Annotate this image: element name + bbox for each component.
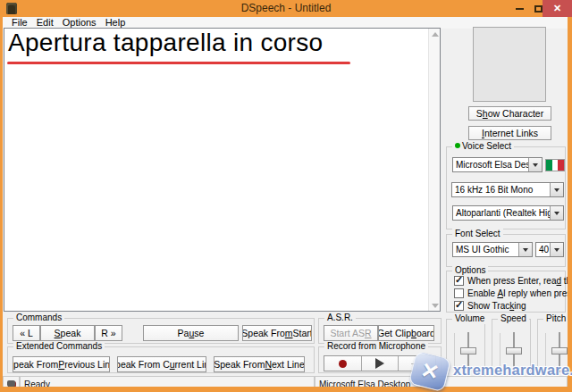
volume-group: Volume	[446, 319, 485, 381]
speak-button[interactable]: Speak	[40, 325, 95, 341]
font-combobox[interactable]: MS UI Gothic	[452, 242, 533, 257]
editor-text: Apertura tapparella in corso	[8, 29, 323, 57]
play-button[interactable]	[362, 356, 400, 371]
volume-label: Volume	[452, 313, 487, 324]
commands-label: Commands	[13, 313, 64, 323]
window-border-right	[568, 17, 572, 392]
checkbox-show-tracking[interactable]: Show Tracking	[454, 300, 526, 312]
voice-combobox[interactable]: Microsoft Elsa Desktop	[452, 157, 543, 172]
record-icon	[339, 360, 347, 368]
play-icon	[375, 358, 384, 369]
output-device-combobox[interactable]: Altoparlanti (Realtek High Definition	[452, 205, 564, 221]
tracking-underline	[7, 62, 350, 64]
speak-next-line-button[interactable]: Speak From Next Line	[214, 356, 305, 372]
font-select-label: Font Select	[452, 229, 503, 239]
speed-group: Speed	[492, 319, 531, 381]
speak-previous-line-button[interactable]: Speak From Previous Line	[13, 356, 110, 372]
window-border-left	[0, 17, 3, 392]
extended-commands-label: Extended Commands	[13, 341, 105, 352]
speaker-status-icon	[7, 380, 15, 387]
pitch-label: Pitch	[543, 313, 568, 324]
output-device-value: Altoparlanti (Realtek High Definition	[453, 206, 550, 220]
speak-right-button[interactable]: R »	[95, 325, 122, 341]
record-label: Record from Microphone	[324, 341, 428, 352]
get-clipboard-button[interactable]: Get Clipboard	[378, 325, 434, 341]
scroll-up-icon[interactable]	[429, 29, 441, 39]
dropdown-arrow-icon[interactable]	[550, 183, 563, 196]
minimize-button[interactable]	[510, 0, 528, 17]
checkbox-ai-reply[interactable]: Enable AI reply when press Enter	[454, 288, 572, 299]
speak-current-line-button[interactable]: Speak From Current Line	[117, 356, 206, 372]
speak-left-button[interactable]: « L	[13, 325, 40, 341]
pitch-slider[interactable]	[551, 347, 568, 354]
speak-from-start-button[interactable]: Speak From Start	[242, 325, 312, 341]
volume-slider[interactable]	[460, 347, 476, 354]
close-button[interactable]: ✕	[543, 0, 572, 17]
window-border-bottom	[0, 387, 572, 392]
dropdown-arrow-icon[interactable]	[550, 243, 563, 256]
start-asr-button[interactable]: Start ASR	[324, 325, 378, 341]
internet-links-button[interactable]: Internet Links	[468, 126, 551, 140]
dropdown-arrow-icon[interactable]	[518, 243, 532, 256]
audio-format-value: 16 kHz 16 Bit Mono	[452, 183, 550, 196]
minimize-icon	[516, 8, 524, 10]
insert-marker-button[interactable]	[399, 356, 435, 371]
checkbox-read-line[interactable]: When press Enter, read the line	[454, 275, 572, 287]
checkbox-label: Show Tracking	[467, 301, 526, 311]
checkbox-label: Enable AI reply when press Enter	[467, 288, 572, 298]
character-display-box	[473, 27, 546, 102]
checkbox-icon[interactable]	[454, 301, 464, 311]
speed-label: Speed	[498, 313, 529, 324]
show-character-button[interactable]: Show Character	[468, 106, 551, 121]
dspeech-window: DSpeech - Untitled ✕ File Edit Options H…	[0, 0, 572, 392]
record-controls	[324, 355, 436, 371]
window-title: DSpeech - Untitled	[0, 0, 572, 17]
voice-status-icon	[455, 143, 460, 148]
font-value: MS UI Gothic	[453, 243, 518, 256]
audio-format-combobox[interactable]: 16 kHz 16 Bit Mono	[451, 182, 564, 197]
voice-value: Microsoft Elsa Desktop	[453, 158, 528, 171]
font-size-value: 40	[536, 243, 550, 256]
font-size-combobox[interactable]: 40	[535, 242, 564, 257]
plus-icon	[411, 358, 423, 370]
speed-slider[interactable]	[506, 347, 522, 354]
checkbox-label: When press Enter, read the line	[467, 276, 572, 286]
voice-select-label: Voice Select	[462, 141, 511, 151]
italian-flag-icon	[545, 159, 565, 171]
text-editor[interactable]: Apertura tapparella in corso	[4, 28, 441, 312]
editor-scrollbar[interactable]	[428, 29, 440, 311]
asr-label: A.S.R.	[324, 313, 356, 323]
maximize-icon	[534, 5, 543, 13]
dropdown-arrow-icon[interactable]	[550, 206, 563, 220]
checkbox-icon[interactable]	[454, 276, 464, 286]
record-button[interactable]	[324, 356, 362, 371]
checkbox-icon[interactable]	[454, 288, 464, 298]
dropdown-arrow-icon[interactable]	[528, 158, 542, 171]
pause-button[interactable]: Pause	[143, 325, 239, 341]
scroll-down-icon[interactable]	[429, 300, 441, 311]
